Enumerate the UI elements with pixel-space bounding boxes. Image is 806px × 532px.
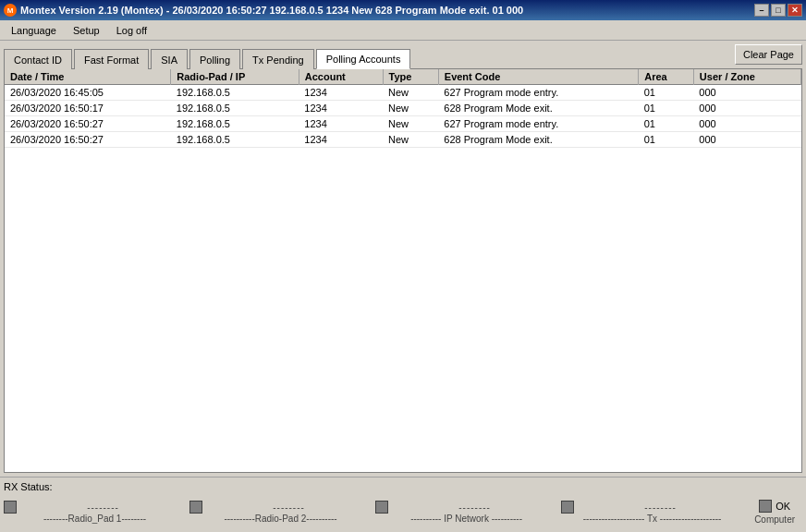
cell-1-6: 000 — [693, 101, 800, 116]
radio-pad-2-indicator — [189, 501, 202, 514]
maximize-button[interactable]: □ — [771, 4, 786, 17]
cell-1-5: 01 — [639, 101, 694, 116]
cell-2-5: 01 — [639, 116, 694, 132]
cell-1-0: 26/03/2020 16:50:17 — [5, 101, 171, 116]
tab-sia[interactable]: SIA — [151, 49, 188, 69]
tx-label: -------------------- Tx ----------------… — [561, 514, 743, 524]
cell-3-4: 628 Program Mode exit. — [438, 132, 638, 148]
table-row[interactable]: 26/03/2020 16:50:27192.168.0.51234New628… — [5, 132, 801, 148]
table-row[interactable]: 26/03/2020 16:50:17192.168.0.51234New628… — [5, 101, 801, 116]
radio-pad-1-dots: -------- — [20, 502, 186, 513]
rx-status-label: RX Status: — [4, 481, 802, 492]
menu-bar: Language Setup Log off — [0, 20, 806, 41]
col-area: Area — [639, 69, 694, 85]
status-radio-pad-1: -------- --------Radio_Pad 1-------- — [4, 501, 186, 524]
col-user-zone: User / Zone — [693, 69, 800, 85]
minimize-button[interactable]: – — [754, 4, 769, 17]
tab-bar: Contact ID Fast Format SIA Polling Tx Pe… — [0, 41, 806, 68]
tab-tx-pending[interactable]: Tx Pending — [242, 49, 314, 69]
main-content: Date / Time Radio-Pad / IP Account Type … — [4, 68, 802, 473]
col-account: Account — [299, 69, 383, 85]
cell-3-6: 000 — [693, 132, 800, 148]
cell-2-1: 192.168.0.5 — [171, 116, 299, 132]
status-radio-pad-2: -------- ----------Radio-Pad 2---------- — [189, 501, 372, 524]
table-row[interactable]: 26/03/2020 16:45:05192.168.0.51234New627… — [5, 85, 801, 101]
cell-3-0: 26/03/2020 16:50:27 — [5, 132, 171, 148]
title-bar: M Montex Version 2.19 (Montex) - 26/03/2… — [0, 0, 806, 20]
status-tx: -------- -------------------- Tx -------… — [561, 501, 743, 524]
cell-0-4: 627 Program mode entry. — [438, 85, 638, 101]
cell-0-5: 01 — [639, 85, 694, 101]
tab-contact-id[interactable]: Contact ID — [4, 49, 72, 69]
tab-polling-accounts[interactable]: Polling Accounts — [316, 49, 411, 69]
cell-3-5: 01 — [639, 132, 694, 148]
ok-indicator — [759, 500, 772, 513]
cell-2-6: 000 — [693, 116, 800, 132]
ok-label: OK — [775, 501, 790, 512]
radio-pad-2-dots: -------- — [206, 502, 372, 513]
tab-polling[interactable]: Polling — [189, 49, 240, 69]
ip-network-dots: -------- — [392, 502, 557, 513]
radio-pad-1-label: --------Radio_Pad 1-------- — [4, 514, 186, 524]
ip-network-indicator — [375, 501, 388, 514]
cell-0-3: New — [383, 85, 438, 101]
cell-2-0: 26/03/2020 16:50:27 — [5, 116, 171, 132]
cell-3-2: 1234 — [299, 132, 383, 148]
cell-0-2: 1234 — [299, 85, 383, 101]
table-row[interactable]: 26/03/2020 16:50:27192.168.0.51234New627… — [5, 116, 801, 132]
status-ok-box: OK Computer — [747, 496, 802, 528]
menu-language[interactable]: Language — [4, 21, 64, 40]
cell-1-1: 192.168.0.5 — [171, 101, 299, 116]
col-event-code: Event Code — [438, 69, 638, 85]
col-radio-pad: Radio-Pad / IP — [171, 69, 299, 85]
menu-logoff[interactable]: Log off — [109, 21, 154, 40]
window-title: Montex Version 2.19 (Montex) - 26/03/202… — [20, 5, 523, 16]
clear-page-button[interactable]: Clear Page — [735, 44, 802, 65]
ok-sublabel: Computer — [754, 514, 795, 525]
col-type: Type — [383, 69, 438, 85]
col-datetime: Date / Time — [5, 69, 171, 85]
table-header-row: Date / Time Radio-Pad / IP Account Type … — [5, 69, 801, 85]
cell-0-6: 000 — [693, 85, 800, 101]
cell-3-3: New — [383, 132, 438, 148]
status-indicators: -------- --------Radio_Pad 1-------- ---… — [4, 496, 802, 528]
menu-setup[interactable]: Setup — [66, 21, 107, 40]
tab-fast-format[interactable]: Fast Format — [74, 49, 149, 69]
radio-pad-1-indicator — [4, 501, 17, 514]
cell-1-2: 1234 — [299, 101, 383, 116]
radio-pad-2-label: ----------Radio-Pad 2---------- — [189, 514, 372, 524]
window-controls[interactable]: – □ ✕ — [754, 4, 802, 17]
events-table: Date / Time Radio-Pad / IP Account Type … — [5, 69, 801, 148]
close-button[interactable]: ✕ — [788, 4, 802, 17]
cell-1-4: 628 Program Mode exit. — [438, 101, 638, 116]
table-body: 26/03/2020 16:45:05192.168.0.51234New627… — [5, 85, 801, 148]
cell-2-3: New — [383, 116, 438, 132]
cell-3-1: 192.168.0.5 — [171, 132, 299, 148]
tx-indicator — [561, 501, 574, 514]
ip-network-label: ---------- IP Network ---------- — [375, 514, 557, 524]
tx-dots: -------- — [578, 502, 743, 513]
status-ip-network: -------- ---------- IP Network ---------… — [375, 501, 557, 524]
cell-2-4: 627 Program mode entry. — [438, 116, 638, 132]
status-bar: RX Status: -------- --------Radio_Pad 1-… — [0, 477, 806, 532]
cell-0-1: 192.168.0.5 — [171, 85, 299, 101]
app-icon: M — [4, 4, 17, 17]
cell-0-0: 26/03/2020 16:45:05 — [5, 85, 171, 101]
cell-1-3: New — [383, 101, 438, 116]
cell-2-2: 1234 — [299, 116, 383, 132]
